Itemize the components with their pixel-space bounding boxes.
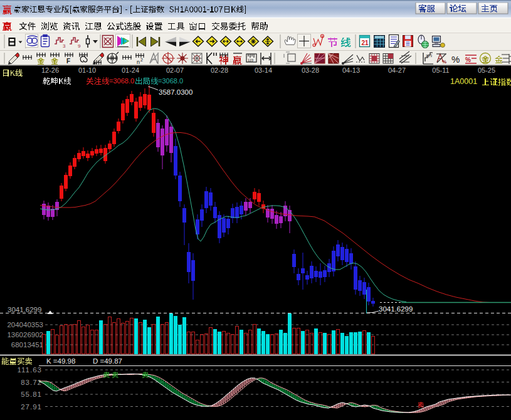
svg-text:1A0001: 1A0001 xyxy=(450,77,477,86)
svg-text:F: F xyxy=(66,58,70,65)
svg-text:02-07: 02-07 xyxy=(166,66,184,74)
svg-text:D =49.87: D =49.87 xyxy=(93,357,122,365)
svg-text:01-24: 01-24 xyxy=(122,66,139,74)
svg-text:K =49.98: K =49.98 xyxy=(46,357,75,365)
svg-text:04-27: 04-27 xyxy=(388,66,406,74)
svg-text:3587.0300: 3587.0300 xyxy=(159,88,192,96)
svg-text:2: 2 xyxy=(140,58,143,62)
svg-text:n: n xyxy=(137,59,140,65)
svg-text:3041.6299: 3041.6299 xyxy=(379,305,413,313)
svg-text:111.63: 111.63 xyxy=(18,366,42,374)
svg-text:%: % xyxy=(442,59,446,65)
svg-text:%: % xyxy=(451,54,460,65)
svg-text:05-11: 05-11 xyxy=(432,66,449,74)
svg-text:9: 9 xyxy=(78,43,81,49)
svg-text:123: 123 xyxy=(248,58,253,62)
svg-text:05-25: 05-25 xyxy=(478,66,495,74)
svg-text:83.72: 83.72 xyxy=(21,379,42,386)
svg-text:21: 21 xyxy=(362,39,369,46)
svg-text:204040353: 204040353 xyxy=(7,321,43,328)
svg-text:3041.6299: 3041.6299 xyxy=(8,306,41,313)
svg-text:02-28: 02-28 xyxy=(211,66,228,74)
svg-text:1 2 3: 1 2 3 xyxy=(426,55,433,58)
svg-text:=3068.0: =3068.0 xyxy=(109,77,134,85)
svg-text:27.91: 27.91 xyxy=(21,403,42,411)
svg-text:03-28: 03-28 xyxy=(302,66,319,74)
svg-text:3: 3 xyxy=(63,43,66,49)
svg-text:68013451: 68013451 xyxy=(11,341,43,349)
svg-text:12-26: 12-26 xyxy=(41,66,59,74)
svg-text:=3068.0: =3068.0 xyxy=(158,77,183,85)
svg-text:136026902: 136026902 xyxy=(7,331,43,339)
svg-text:03-14: 03-14 xyxy=(255,66,272,74)
svg-text:01-10: 01-10 xyxy=(78,66,96,74)
svg-text:%: % xyxy=(465,56,471,63)
svg-text:55.81: 55.81 xyxy=(21,391,42,398)
svg-text:04-13: 04-13 xyxy=(342,66,360,74)
